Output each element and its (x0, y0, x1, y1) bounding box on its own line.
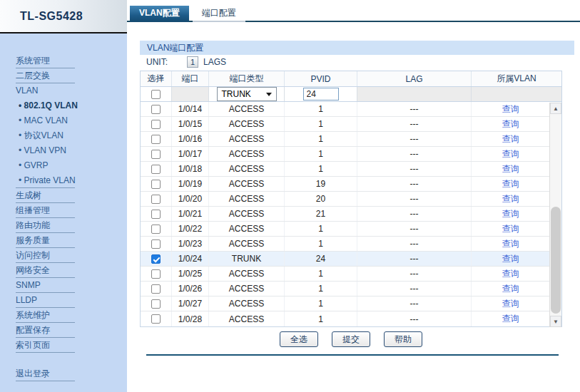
select-cell (141, 147, 172, 161)
sidebar-item[interactable]: 索引页面 (0, 338, 127, 353)
row-checkbox[interactable] (151, 225, 161, 234)
vlan-query-link[interactable]: 查询 (502, 283, 519, 295)
sidebar-item[interactable]: 二层交换 (0, 68, 127, 83)
port-cell: 1/0/17 (172, 147, 209, 161)
sidebar-item-label: • MAC VLAN (19, 115, 68, 125)
submit-button[interactable]: 提交 (332, 331, 370, 347)
row-checkbox[interactable] (151, 269, 161, 279)
help-button[interactable]: 帮助 (384, 331, 422, 347)
tab-port-config[interactable]: 端口配置 (193, 6, 245, 22)
vlan-query-link[interactable]: 查询 (502, 253, 519, 265)
select-all-button[interactable]: 全选 (280, 331, 318, 347)
sidebar-item[interactable]: 生成树 (0, 188, 127, 203)
sidebar-item[interactable]: 系统管理 (0, 53, 127, 68)
sidebar-item[interactable]: • Private VLAN (0, 173, 127, 188)
row-checkbox[interactable] (151, 210, 161, 219)
pvid-cell: 24 (285, 252, 357, 266)
header-port-type: 端口类型 (209, 71, 285, 86)
pvid-cell: 1 (285, 282, 357, 296)
sidebar-item[interactable]: 路由功能 (0, 218, 127, 233)
port-type-select-value: TRUNK (222, 89, 251, 99)
vlan-query-link[interactable]: 查询 (502, 163, 519, 175)
port-cell: 1/0/14 (172, 102, 209, 116)
row-checkbox[interactable] (151, 180, 161, 189)
row-checkbox[interactable] (151, 195, 161, 204)
row-checkbox[interactable] (151, 284, 161, 294)
sidebar-item[interactable]: SNMP (0, 278, 127, 293)
scrollbar-down-button[interactable]: ▼ (550, 316, 561, 327)
sidebar-item-label: 系统维护 (16, 310, 50, 320)
port-type-cell: ACCESS (209, 162, 285, 176)
vlan-link-cell: 查询 (472, 296, 549, 311)
select-cell (141, 282, 172, 296)
sidebar-item[interactable]: • MAC VLAN (0, 113, 127, 128)
pvid-input[interactable] (303, 88, 339, 100)
pvid-cell: 1 (285, 102, 357, 116)
sidebar-item[interactable]: • VLAN VPN (0, 143, 127, 158)
sidebar-item[interactable]: 组播管理 (0, 203, 127, 218)
sidebar-item[interactable]: 退出登录 (0, 366, 127, 381)
filter-select-cell (141, 87, 172, 101)
row-checkbox[interactable] (151, 165, 161, 174)
select-cell (141, 296, 172, 311)
sidebar-item[interactable]: • 802.1Q VLAN (0, 98, 127, 113)
row-checkbox[interactable] (151, 239, 161, 249)
row-checkbox[interactable] (151, 299, 161, 309)
lag-cell: --- (357, 237, 472, 251)
scrollbar[interactable]: ▲ ▼ (549, 103, 561, 327)
vlan-query-link[interactable]: 查询 (502, 178, 519, 190)
port-cell: 1/0/22 (172, 222, 209, 236)
vlan-query-link[interactable]: 查询 (502, 238, 519, 250)
table-row: 1/0/18ACCESS1---查询 (141, 162, 549, 177)
row-checkbox[interactable] (151, 135, 161, 144)
sidebar-item[interactable]: • 协议VLAN (0, 128, 127, 143)
sidebar-item[interactable]: LLDP (0, 293, 127, 308)
filter-pvid-cell (285, 87, 357, 101)
vlan-query-link[interactable]: 查询 (502, 193, 519, 205)
vlan-query-link[interactable]: 查询 (502, 148, 519, 160)
tab-vlan-config[interactable]: VLAN配置 (130, 6, 189, 22)
row-checkbox[interactable] (151, 314, 161, 324)
sidebar-item[interactable]: 服务质量 (0, 233, 127, 248)
port-cell: 1/0/18 (172, 162, 209, 176)
vlan-query-link[interactable]: 查询 (502, 208, 519, 220)
sidebar-item[interactable]: VLAN (0, 83, 127, 98)
vlan-link-cell: 查询 (472, 117, 549, 131)
pvid-cell: 1 (285, 267, 357, 281)
sidebar-item[interactable]: • GVRP (0, 158, 127, 173)
select-all-checkbox[interactable] (151, 90, 161, 99)
table-filter-row: TRUNK (141, 87, 561, 102)
row-checkbox[interactable] (151, 105, 161, 114)
vlan-query-link[interactable]: 查询 (502, 118, 519, 130)
vlan-query-link[interactable]: 查询 (502, 103, 519, 115)
scrollbar-up-button[interactable]: ▲ (550, 103, 561, 114)
sidebar-item-label: 生成树 (16, 190, 41, 200)
sidebar-item[interactable]: 访问控制 (0, 248, 127, 263)
vlan-link-cell: 查询 (472, 132, 549, 146)
filter-lag-cell (357, 87, 472, 101)
table-row: 1/0/26ACCESS1---查询 (141, 282, 549, 296)
sidebar-item[interactable]: 网络安全 (0, 263, 127, 278)
vlan-query-link[interactable]: 查询 (502, 268, 519, 280)
port-type-cell: ACCESS (209, 117, 285, 131)
scrollbar-thumb[interactable] (551, 207, 561, 314)
pvid-cell: 20 (285, 192, 357, 206)
sidebar-item[interactable]: 系统维护 (0, 308, 127, 323)
vlan-query-link[interactable]: 查询 (502, 223, 519, 235)
vlan-query-link[interactable]: 查询 (502, 298, 519, 310)
select-cell (141, 162, 172, 176)
sidebar-item[interactable]: 配置保存 (0, 323, 127, 338)
vlan-query-link[interactable]: 查询 (502, 133, 519, 145)
unit-selector-button[interactable]: 1 (187, 56, 198, 68)
table-row: 1/0/28ACCESS1---查询 (141, 311, 549, 326)
row-checkbox[interactable] (151, 254, 161, 264)
lag-cell: --- (357, 147, 472, 161)
row-checkbox[interactable] (151, 120, 161, 129)
row-checkbox[interactable] (151, 150, 161, 159)
vlan-query-link[interactable]: 查询 (502, 313, 519, 325)
port-type-cell: ACCESS (209, 147, 285, 161)
table-row: 1/0/14ACCESS1---查询 (141, 102, 549, 117)
port-cell: 1/0/15 (172, 117, 209, 131)
port-type-select[interactable]: TRUNK (217, 87, 277, 101)
port-type-cell: ACCESS (209, 132, 285, 146)
